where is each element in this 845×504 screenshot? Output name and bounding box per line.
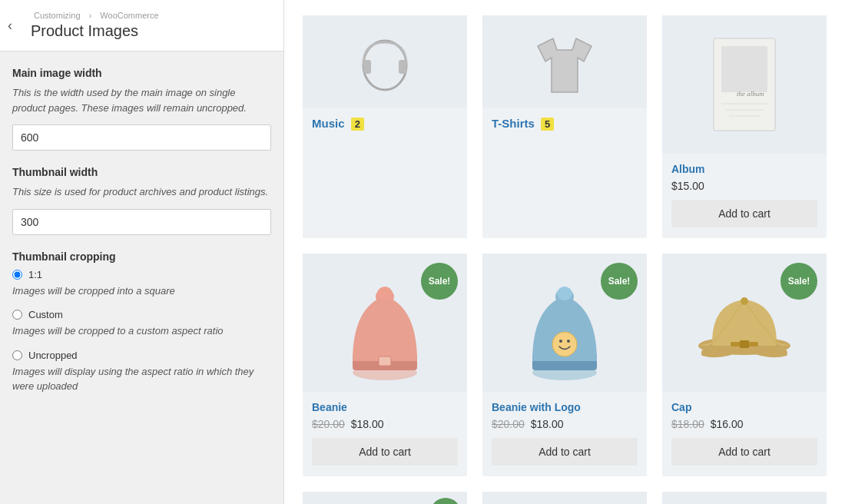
- album-add-to-cart[interactable]: Add to cart: [671, 200, 817, 227]
- crop-option-1-1: 1:1 Images will be cropped into a square: [12, 269, 271, 299]
- beanie-sale-badge: Sale!: [421, 263, 458, 300]
- partial-sale-badge: Sale!: [430, 498, 461, 504]
- cap-add-to-cart[interactable]: Add to cart: [671, 438, 817, 466]
- svg-point-19: [567, 340, 570, 343]
- sidebar-content: Main image width This is the width used …: [0, 51, 283, 420]
- sidebar: ‹ Customizing › WooCommerce Product Imag…: [0, 0, 284, 504]
- svg-point-17: [552, 332, 577, 356]
- album-name[interactable]: Album: [671, 163, 817, 175]
- music-badge: 2: [351, 118, 364, 131]
- music-image: [303, 15, 467, 108]
- product-card-cap: Sale!: [662, 254, 827, 476]
- cap-image: Sale!: [662, 254, 827, 392]
- sidebar-header: ‹ Customizing › WooCommerce Product Imag…: [0, 0, 283, 51]
- svg-point-18: [559, 340, 562, 343]
- cap-price: $18.00 $16.00: [671, 418, 817, 430]
- main-content: Music 2 T-Shirts 5 the album: [284, 0, 845, 504]
- tshirts-name[interactable]: T-Shirts 5: [492, 117, 638, 131]
- svg-rect-25: [740, 340, 749, 348]
- music-info: Music 2: [303, 108, 467, 146]
- tshirt-product-image: [530, 23, 599, 108]
- beanie-price: $20.00 $18.00: [312, 418, 458, 430]
- product-card-album: the album Album $15.00 Add to cart: [662, 15, 827, 238]
- svg-rect-12: [379, 356, 391, 366]
- beanie-info: Beanie $20.00 $18.00 Add to cart: [303, 392, 467, 476]
- products-grid: Music 2 T-Shirts 5 the album: [303, 15, 827, 504]
- crop-radio-custom[interactable]: [12, 310, 22, 320]
- crop-desc-uncropped: Images will display using the aspect rat…: [12, 364, 271, 394]
- main-image-width-input[interactable]: [12, 124, 271, 151]
- crop-option-custom: Custom Images will be cropped to a custo…: [12, 309, 271, 339]
- beanie-logo-product-image: [519, 261, 611, 384]
- svg-rect-5: [721, 46, 767, 92]
- product-card-beanie-logo: Sale! Beanie with Logo: [482, 254, 647, 476]
- svg-point-14: [377, 287, 393, 300]
- beanie-logo-price: $20.00 $18.00: [492, 418, 638, 430]
- album-image: the album: [662, 15, 827, 154]
- product-card-partial-2: [482, 492, 647, 504]
- svg-marker-3: [538, 38, 592, 92]
- svg-text:the album: the album: [737, 90, 764, 98]
- main-image-width-heading: Main image width: [12, 67, 271, 79]
- crop-desc-custom: Images will be cropped to a custom aspec…: [12, 323, 271, 339]
- product-card-beanie: Sale! Beanie $20.00: [303, 254, 467, 476]
- beanie-image: Sale!: [303, 254, 467, 392]
- beanie-logo-sale-badge: Sale!: [601, 263, 638, 300]
- breadcrumb: Customizing › WooCommerce: [31, 11, 271, 20]
- thumbnail-width-desc: This size is used for product archives a…: [12, 184, 271, 200]
- album-price: $15.00: [671, 180, 817, 192]
- tshirts-badge: 5: [541, 118, 554, 131]
- crop-desc-1-1: Images will be cropped into a square: [12, 284, 271, 299]
- category-card-music: Music 2: [303, 15, 467, 238]
- panel-title: Product Images: [31, 22, 271, 40]
- beanie-name[interactable]: Beanie: [312, 401, 458, 413]
- music-product-image: [350, 23, 419, 108]
- back-button[interactable]: ‹: [8, 18, 12, 32]
- main-image-width-desc: This is the width used by the main image…: [12, 85, 271, 115]
- thumbnail-width-input[interactable]: [12, 209, 271, 235]
- svg-point-21: [557, 287, 572, 300]
- crop-option-uncropped: Uncropped Images will display using the …: [12, 350, 271, 394]
- category-card-tshirts: T-Shirts 5: [482, 15, 647, 238]
- product-card-partial-3: [662, 492, 827, 504]
- album-info: Album $15.00 Add to cart: [662, 154, 827, 238]
- album-product-image: the album: [698, 31, 790, 138]
- cap-name[interactable]: Cap: [671, 401, 817, 413]
- music-name[interactable]: Music 2: [312, 117, 458, 131]
- beanie-product-image: [339, 261, 431, 384]
- beanie-logo-name[interactable]: Beanie with Logo: [492, 401, 638, 413]
- beanie-logo-add-to-cart[interactable]: Add to cart: [492, 438, 638, 466]
- beanie-add-to-cart[interactable]: Add to cart: [312, 438, 458, 466]
- crop-radio-1-1[interactable]: [12, 270, 22, 280]
- cap-info: Cap $18.00 $16.00 Add to cart: [662, 392, 827, 476]
- beanie-logo-image: Sale!: [482, 254, 647, 392]
- product-card-partial-1: Sale!: [303, 492, 467, 504]
- crop-radio-uncropped[interactable]: [12, 350, 22, 360]
- thumbnail-width-heading: Thumbnail width: [12, 166, 271, 178]
- cap-sale-badge: Sale!: [780, 263, 817, 300]
- tshirts-image: [482, 15, 647, 108]
- thumbnail-cropping-heading: Thumbnail cropping: [12, 250, 271, 263]
- beanie-logo-info: Beanie with Logo $20.00 $18.00 Add to ca…: [482, 392, 647, 476]
- tshirts-info: T-Shirts 5: [482, 108, 647, 146]
